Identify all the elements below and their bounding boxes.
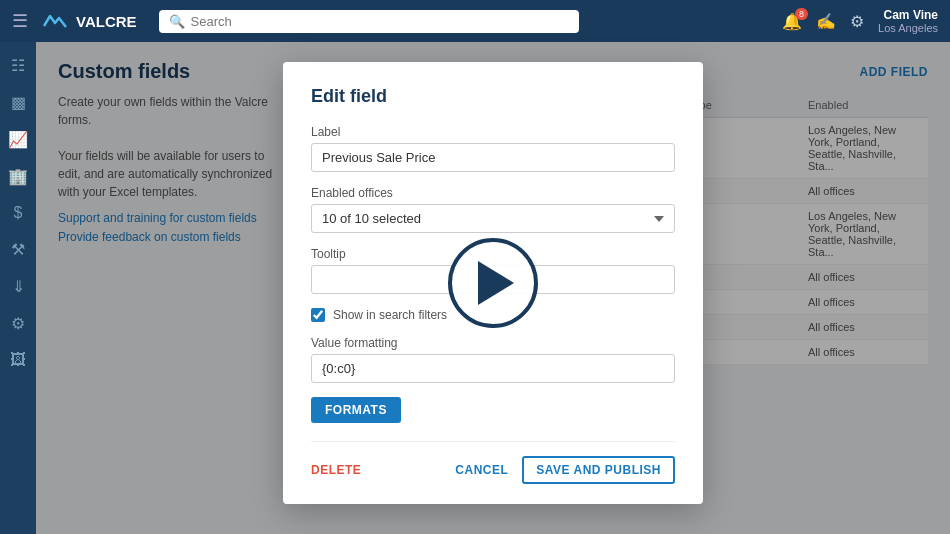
sidebar-icon-tools[interactable]: ⚒: [2, 234, 34, 265]
label-field-input[interactable]: [311, 143, 675, 172]
sidebar-icon-monitor[interactable]: 🖼: [2, 345, 34, 375]
sidebar-icon-analytics[interactable]: ▩: [2, 87, 34, 118]
modal-title: Edit field: [311, 86, 675, 107]
logo-text: VALCRE: [76, 13, 137, 30]
sidebar-icon-gear[interactable]: ⚙: [2, 308, 34, 339]
footer-right-buttons: CANCEL SAVE AND PUBLISH: [455, 456, 675, 484]
topnav-right: 🔔 8 ✍ ⚙ Cam Vine Los Angeles: [782, 8, 938, 34]
enabled-offices-group: Enabled offices 10 of 10 selected: [311, 186, 675, 233]
logo-icon: [42, 12, 70, 30]
enabled-offices-label: Enabled offices: [311, 186, 675, 200]
sidebar-icon-download[interactable]: ⇓: [2, 271, 34, 302]
play-button[interactable]: [448, 238, 538, 328]
cancel-button[interactable]: CANCEL: [455, 463, 508, 477]
user-location: Los Angeles: [878, 22, 938, 34]
save-publish-button[interactable]: SAVE AND PUBLISH: [522, 456, 675, 484]
search-icon: 🔍: [169, 14, 185, 29]
sidebar-icon-dollar[interactable]: $: [2, 198, 34, 228]
play-triangle-icon: [478, 261, 514, 305]
enabled-offices-select[interactable]: 10 of 10 selected: [311, 204, 675, 233]
user-name: Cam Vine: [878, 8, 938, 22]
sidebar-icon-chart[interactable]: 📈: [2, 124, 34, 155]
logo: VALCRE: [42, 12, 137, 30]
settings-icon[interactable]: ⚙: [850, 12, 864, 31]
show-in-search-label: Show in search filters: [333, 308, 447, 322]
value-formatting-label: Value formatting: [311, 336, 675, 350]
topnav: ☰ VALCRE 🔍 🔔 8 ✍ ⚙ Cam Vine Los Angeles: [0, 0, 950, 42]
hamburger-icon[interactable]: ☰: [12, 10, 28, 32]
sidebar-icon-building[interactable]: 🏢: [2, 161, 34, 192]
search-input[interactable]: [191, 14, 569, 29]
value-formatting-group: Value formatting: [311, 336, 675, 383]
main-content: Custom fields ADD FIELD Create your own …: [36, 42, 950, 534]
edit-field-modal: Edit field Label Enabled offices 10 of 1…: [283, 62, 703, 504]
layout: ☷ ▩ 📈 🏢 $ ⚒ ⇓ ⚙ 🖼 Custom fields ADD FIEL…: [0, 42, 950, 534]
value-formatting-input[interactable]: [311, 354, 675, 383]
label-field-label: Label: [311, 125, 675, 139]
sidebar-icon-grid[interactable]: ☷: [2, 50, 34, 81]
notification-badge: 8: [795, 8, 808, 20]
show-in-search-checkbox[interactable]: [311, 308, 325, 322]
help-icon[interactable]: ✍: [816, 12, 836, 31]
label-field-group: Label: [311, 125, 675, 172]
sidebar: ☷ ▩ 📈 🏢 $ ⚒ ⇓ ⚙ 🖼: [0, 42, 36, 534]
delete-button[interactable]: DELETE: [311, 463, 361, 477]
modal-footer: DELETE CANCEL SAVE AND PUBLISH: [311, 441, 675, 484]
modal-overlay: Edit field Label Enabled offices 10 of 1…: [36, 42, 950, 534]
user-profile[interactable]: Cam Vine Los Angeles: [878, 8, 938, 34]
notification-icon[interactable]: 🔔 8: [782, 12, 802, 31]
formats-button[interactable]: FORMATS: [311, 397, 401, 423]
search-bar[interactable]: 🔍: [159, 10, 579, 33]
